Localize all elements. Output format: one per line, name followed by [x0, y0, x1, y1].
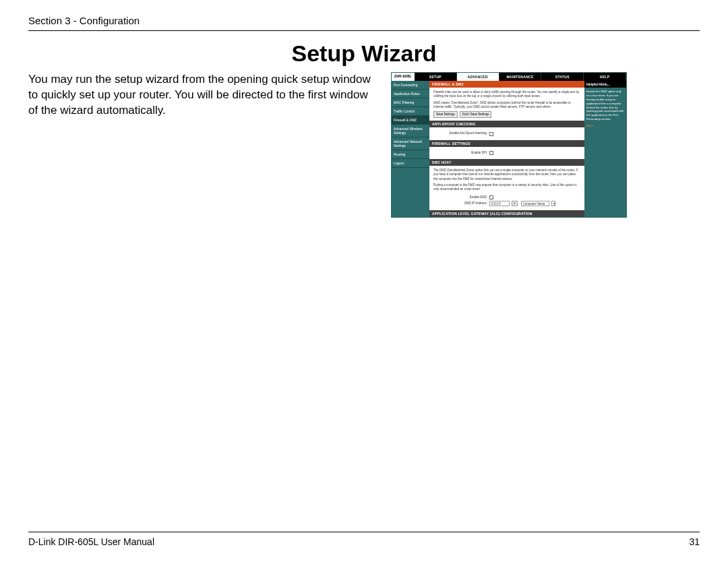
dropdown-arrow-icon[interactable]: ▾	[551, 201, 555, 206]
section-alg-title: APPLICATION LEVEL GATEWAY (ALG) CONFIGUR…	[429, 210, 584, 217]
antispoof-checkbox[interactable]	[489, 132, 493, 136]
help-title: Helpful Hints...	[584, 81, 626, 88]
sidebar: Port Forwarding Application Rules MAC Fi…	[392, 81, 429, 217]
device-logo: DIR-605L	[392, 73, 415, 81]
save-settings-button[interactable]: Save Settings	[433, 111, 458, 118]
tab-setup[interactable]: SETUP	[415, 73, 457, 81]
dont-save-settings-button[interactable]: Don't Save Settings	[460, 111, 491, 118]
page-number: 31	[689, 536, 700, 547]
tab-maintenance[interactable]: MAINTENANCE	[499, 73, 542, 81]
sidebar-item-logout[interactable]: Logout	[392, 159, 429, 168]
antispoof-label: Enable Anti-Spoof checking:	[433, 131, 487, 135]
dmz-desc2: Putting a computer in the DMZ may expose…	[433, 183, 580, 192]
section-header: Section 3 - Configuration	[28, 15, 700, 31]
spi-label: Enable SPI:	[433, 151, 487, 155]
tab-advanced[interactable]: ADVANCED	[457, 73, 499, 81]
tab-help[interactable]: HELP	[584, 73, 626, 81]
section-firewall-settings-title: FIREWALL SETTINGS	[429, 140, 584, 147]
sidebar-item-application-rules[interactable]: Application Rules	[392, 90, 429, 98]
dmz-ip-label: DMZ IP Address:	[433, 201, 487, 206]
sidebar-item-firewall-dmz[interactable]: Firewall & DMZ	[392, 116, 429, 125]
dmz-ip-input[interactable]: 0.0.0.0	[489, 201, 510, 206]
sidebar-item-adv-network[interactable]: Advanced Network Settings	[392, 137, 429, 150]
spi-checkbox[interactable]	[489, 151, 493, 155]
dmz-desc1: The DMZ (Demilitarized Zone) option lets…	[433, 168, 580, 181]
section-firewall-dmz-title: FIREWALL & DMZ	[429, 81, 584, 88]
help-more-link[interactable]: More...	[586, 124, 595, 127]
enable-dmz-label: Enable DMZ:	[433, 195, 487, 199]
main-panel: FIREWALL & DMZ Firewall rules can be use…	[429, 81, 584, 217]
body-paragraph: You may run the setup wizard from the op…	[28, 72, 379, 119]
help-body-text: Enable the DMZ option only as a last res…	[586, 90, 624, 121]
computer-name-select[interactable]: Computer Name	[521, 201, 549, 206]
sidebar-item-traffic-control[interactable]: Traffic Control	[392, 107, 429, 116]
tab-status[interactable]: STATUS	[541, 73, 584, 81]
footer-left: D-Link DIR-605L User Manual	[28, 536, 154, 547]
section-antispoof-title: ANTI-SPOOF CHECKING	[429, 121, 584, 127]
firewall-desc1: Firewall rules can be used to allow or d…	[433, 90, 580, 99]
router-screenshot: DIR-605L SETUP ADVANCED MAINTENANCE STAT…	[391, 72, 627, 218]
firewall-desc2: DMZ means "Demilitarized Zone". DMZ allo…	[433, 101, 580, 110]
section-dmz-host-title: DMZ HOST	[429, 159, 584, 166]
copy-ip-button[interactable]: «	[512, 201, 518, 206]
sidebar-item-adv-wireless[interactable]: Advanced Wireless Settings	[392, 125, 429, 137]
help-panel: Helpful Hints... Enable the DMZ option o…	[584, 81, 626, 217]
sidebar-item-routing[interactable]: Routing	[392, 150, 429, 159]
page-title: Setup Wizard	[28, 40, 700, 67]
sidebar-item-port-forwarding[interactable]: Port Forwarding	[392, 81, 429, 90]
sidebar-item-mac-filtering[interactable]: MAC Filtering	[392, 98, 429, 107]
nav-tabs: SETUP ADVANCED MAINTENANCE STATUS HELP	[415, 73, 626, 81]
enable-dmz-checkbox[interactable]	[489, 195, 493, 199]
